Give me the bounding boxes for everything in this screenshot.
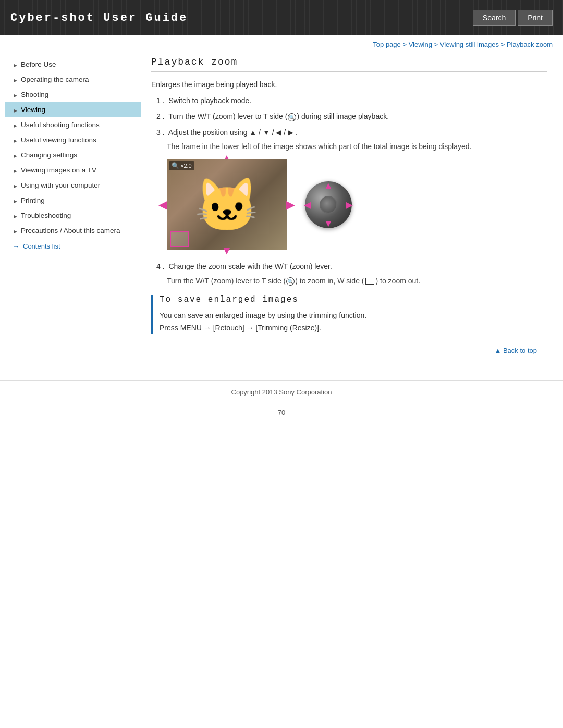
dial-arrow-down: ▼ xyxy=(324,218,333,229)
arrow-down-icon: ▼ xyxy=(221,244,232,257)
breadcrumb-sep2: > xyxy=(434,41,440,48)
zoom-w-icon xyxy=(365,278,374,285)
breadcrumb: Top page > Viewing > Viewing still image… xyxy=(0,35,563,52)
breadcrumb-playback-zoom[interactable]: Playback zoom xyxy=(507,41,553,48)
cat-image-wrapper: ▲ ◀ 🔍 ×2.0 ▶ ▼ xyxy=(167,159,287,250)
sidebar-item-printing[interactable]: ► Printing xyxy=(5,193,141,208)
sidebar-item-label: Precautions / About this camera xyxy=(21,227,120,235)
save-text: You can save an enlarged image by using … xyxy=(160,310,547,335)
step-number: 3 . xyxy=(156,128,165,137)
sidebar-item-useful-shooting[interactable]: ► Useful shooting functions xyxy=(5,117,141,132)
contents-list-link[interactable]: → Contents list xyxy=(5,238,141,254)
dial-outer: ▲ ▼ ◀ ▶ xyxy=(305,181,352,228)
sidebar-item-label: Changing settings xyxy=(21,151,77,159)
breadcrumb-viewing[interactable]: Viewing xyxy=(409,41,432,48)
arrow-left-icon: ◀ xyxy=(158,198,167,212)
step-3-sub: The frame in the lower left of the image… xyxy=(151,142,547,151)
sidebar-item-label: Before Use xyxy=(21,60,56,68)
breadcrumb-viewing-still[interactable]: Viewing still images xyxy=(440,41,499,48)
sidebar-item-viewing-tv[interactable]: ► Viewing images on a TV xyxy=(5,163,141,178)
sidebar-item-viewing[interactable]: ► Viewing xyxy=(5,102,141,117)
chevron-right-icon: ► xyxy=(13,228,18,233)
print-button[interactable]: Print xyxy=(518,10,553,26)
sidebar-item-operating[interactable]: ► Operating the camera xyxy=(5,72,141,87)
save-line-1: You can save an enlarged image by using … xyxy=(160,310,547,322)
chevron-right-icon: ► xyxy=(13,213,18,218)
sidebar-item-shooting[interactable]: ► Shooting xyxy=(5,87,141,102)
dial-arrow-right: ▶ xyxy=(346,199,353,211)
step-text: Change the zoom scale with the W/T (zoom… xyxy=(168,262,332,270)
sidebar-item-using-computer[interactable]: ► Using with your computer xyxy=(5,178,141,193)
back-to-top-link[interactable]: ▲ Back to top xyxy=(494,347,537,354)
chevron-right-icon: ► xyxy=(13,153,18,158)
sidebar-item-label: Viewing xyxy=(21,106,45,114)
sidebar-item-troubleshooting[interactable]: ► Troubleshooting xyxy=(5,208,141,223)
main-content: Playback zoom Enlarges the image being p… xyxy=(141,52,558,370)
copyright-text: Copyright 2013 Sony Corporation xyxy=(231,388,332,396)
dial-arrow-left: ◀ xyxy=(304,199,311,211)
footer: Copyright 2013 Sony Corporation xyxy=(0,380,563,403)
header-buttons: Search Print xyxy=(473,10,553,26)
step-text: Adjust the position using ▲ / ▼ / ◀ / ▶ … xyxy=(168,128,298,137)
sidebar: ► Before Use ► Operating the camera ► Sh… xyxy=(5,52,141,370)
chevron-right-icon: ► xyxy=(13,107,18,113)
chevron-right-icon: ► xyxy=(13,77,18,82)
sidebar-item-label: Printing xyxy=(21,196,45,204)
thumbnail-box xyxy=(170,231,189,247)
chevron-right-icon: ► xyxy=(13,122,18,128)
step-1: 1 . Switch to playback mode. xyxy=(151,95,547,106)
chevron-right-icon: ► xyxy=(13,138,18,143)
save-section-title: To save enlarged images xyxy=(160,295,547,304)
sidebar-item-precautions[interactable]: ► Precautions / About this camera xyxy=(5,223,141,238)
chevron-right-icon: ► xyxy=(13,198,18,203)
sidebar-item-label: Troubleshooting xyxy=(21,212,71,219)
step-4: 4 . Change the zoom scale with the W/T (… xyxy=(151,261,547,272)
dial-image: ▲ ▼ ◀ ▶ xyxy=(302,179,354,231)
arrow-right-icon: → xyxy=(13,242,21,250)
dial-inner xyxy=(320,196,337,214)
app-title: Cyber-shot User Guide xyxy=(10,11,188,24)
zoom-badge: 🔍 ×2.0 xyxy=(169,161,194,170)
sidebar-item-changing-settings[interactable]: ► Changing settings xyxy=(5,147,141,163)
save-line-2: Press MENU → [Retouch] → [Trimming (Resi… xyxy=(160,322,547,335)
search-button[interactable]: Search xyxy=(473,10,516,26)
header: Cyber-shot User Guide Search Print xyxy=(0,0,563,35)
sidebar-item-label: Using with your computer xyxy=(21,181,100,189)
arrow-right-icon: ▶ xyxy=(286,198,295,212)
chevron-right-icon: ► xyxy=(13,168,18,173)
page-title: Playback zoom xyxy=(151,57,547,72)
dial-arrow-up: ▲ xyxy=(324,180,333,191)
step-2: 2 . Turn the W/T (zoom) lever to T side … xyxy=(151,110,547,122)
zoom-level: ×2.0 xyxy=(180,163,192,169)
step-4-sub: Turn the W/T (zoom) lever to T side (🔍) … xyxy=(151,277,547,286)
breadcrumb-sep1: > xyxy=(402,41,408,48)
zoom-icon: 🔍 xyxy=(172,162,179,169)
step-number: 4 . xyxy=(156,262,165,270)
layout: ► Before Use ► Operating the camera ► Sh… xyxy=(0,52,563,370)
sidebar-item-label: Viewing images on a TV xyxy=(21,166,96,174)
breadcrumb-sep3: > xyxy=(501,41,507,48)
cat-image: 🔍 ×2.0 xyxy=(167,159,287,250)
step-3: 3 . Adjust the position using ▲ / ▼ / ◀ … xyxy=(151,127,547,138)
intro-text: Enlarges the image being played back. xyxy=(151,80,547,89)
back-to-top: ▲ Back to top xyxy=(151,341,547,360)
chevron-right-icon: ► xyxy=(13,92,18,97)
sidebar-item-label: Useful shooting functions xyxy=(21,121,100,129)
save-section: To save enlarged images You can save an … xyxy=(151,295,547,335)
sidebar-item-before-use[interactable]: ► Before Use xyxy=(5,57,141,72)
zoom-t-icon: 🔍 xyxy=(286,277,295,286)
zoom-in-icon: 🔍 xyxy=(288,113,296,121)
chevron-right-icon: ► xyxy=(13,62,18,67)
image-area: ▲ ◀ 🔍 ×2.0 ▶ ▼ ▲ ▼ ◀ ▶ xyxy=(167,159,547,250)
sidebar-item-label: Useful viewing functions xyxy=(21,136,96,144)
sidebar-item-label: Shooting xyxy=(21,91,48,98)
sidebar-item-label: Operating the camera xyxy=(21,76,89,83)
chevron-right-icon: ► xyxy=(13,183,18,188)
sidebar-item-useful-viewing[interactable]: ► Useful viewing functions xyxy=(5,132,141,147)
breadcrumb-top-page[interactable]: Top page xyxy=(373,41,401,48)
step-text: Switch to playback mode. xyxy=(168,96,251,105)
step-number: 1 . xyxy=(156,96,165,105)
step-text: Turn the W/T (zoom) lever to T side (🔍) … xyxy=(168,112,389,120)
step-number: 2 . xyxy=(156,112,165,120)
contents-list-label: Contents list xyxy=(23,242,60,250)
